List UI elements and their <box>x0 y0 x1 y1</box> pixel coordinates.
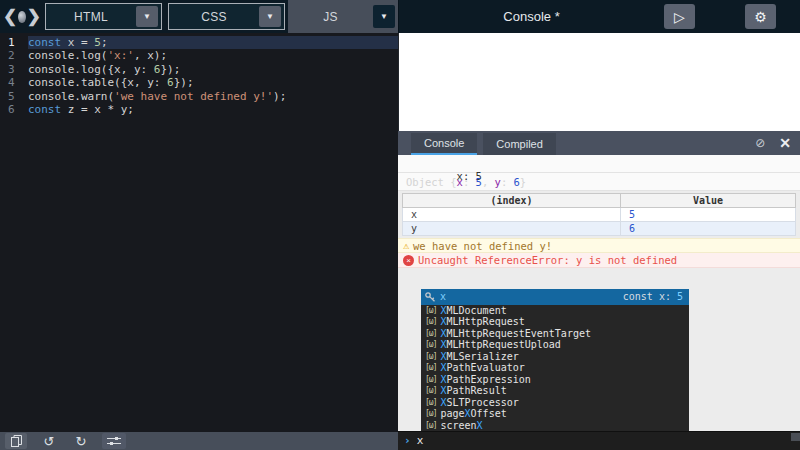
line-code: const z = x * y; <box>28 103 398 116</box>
label-post: MLHttpRequestEventTarget <box>446 328 591 339</box>
play-icon: ▷ <box>674 9 685 25</box>
code-token: 6 <box>167 76 174 89</box>
js-code-editor[interactable]: 1const x = 5;2console.log('x:', x);3cons… <box>0 33 398 432</box>
tab-html-label: HTML <box>46 10 136 24</box>
undo-icon: ↺ <box>44 434 55 449</box>
global-property-icon: [ω] <box>425 316 436 328</box>
autocomplete-item[interactable]: [ω]XMLDocument <box>421 305 689 317</box>
line-number: 5 <box>0 90 28 103</box>
tab-html-dropdown-button[interactable]: ▼ <box>136 6 158 27</box>
code-token: , <box>482 176 495 188</box>
tab-html[interactable]: HTML ▼ <box>45 3 162 30</box>
code-token: console.table({x, y: <box>28 76 167 89</box>
console-log-object-entry: Object {x: 5, y: 6} <box>398 173 800 191</box>
label-post: MLHttpRequest <box>446 316 524 327</box>
logo-globe-icon <box>18 11 26 23</box>
autocomplete-item-label: XPathEvaluator <box>440 362 524 374</box>
redo-button[interactable]: ↻ <box>70 433 92 449</box>
autocomplete-item[interactable]: [ω]XMLHttpRequestEventTarget <box>421 328 689 340</box>
console-header: Console * ▷ ⚙ <box>398 0 800 33</box>
console-input-value[interactable]: x <box>417 434 424 447</box>
global-property-icon: [ω] <box>425 385 436 397</box>
autocomplete-item-label: screenX <box>440 420 482 432</box>
tab-css-dropdown-button[interactable]: ▼ <box>259 6 281 27</box>
close-icon: ✕ <box>779 135 791 151</box>
global-property-icon: [ω] <box>425 362 436 374</box>
copy-button[interactable] <box>5 433 27 449</box>
error-text: Uncaught ReferenceError: y is not define… <box>418 254 677 266</box>
top-header: ❮ ❯ HTML ▼ CSS ▼ JS ▼ Console * <box>0 0 800 33</box>
code-token: 'x:' <box>107 49 134 62</box>
autocomplete-selected-detail: const x: 5 <box>446 291 683 302</box>
autocomplete-selected-item[interactable]: x const x: 5 <box>421 289 689 305</box>
console-tabbar-actions: ⊘ ✕ <box>556 131 800 155</box>
clear-console-button[interactable]: ⊘ <box>755 136 765 150</box>
undo-button[interactable]: ↺ <box>38 433 60 449</box>
autocomplete-item[interactable]: [ω]screenX <box>421 420 689 432</box>
label-post: PathResult <box>446 385 506 396</box>
redo-icon: ↻ <box>76 434 87 449</box>
table-header-index: (index) <box>403 194 621 208</box>
table-cell-value: 5 <box>621 208 796 222</box>
console-title-text: Console <box>503 9 551 24</box>
autocomplete-item[interactable]: [ω]pageXOffset <box>421 408 689 420</box>
scrollbar-corner <box>791 433 800 441</box>
table-cell-index: x <box>403 208 621 222</box>
chevron-down-icon: ▼ <box>380 12 388 21</box>
line-code: const x = 5; <box>28 36 398 49</box>
table-row: y6 <box>403 222 796 236</box>
ban-icon: ⊘ <box>755 136 765 150</box>
code-token: ); <box>273 90 286 103</box>
console-title: Console * <box>399 9 664 24</box>
tab-console-label: Console <box>424 137 464 149</box>
code-token: console.log( <box>28 49 107 62</box>
label-pre: page <box>440 408 464 419</box>
line-code: console.log('x:', x); <box>28 49 398 62</box>
autocomplete-item[interactable]: [ω]XMLSerializer <box>421 351 689 363</box>
global-property-icon: [ω] <box>425 408 436 420</box>
global-property-icon: [ω] <box>425 339 436 351</box>
autocomplete-item-label: XMLDocument <box>440 305 506 317</box>
tab-console[interactable]: Console <box>411 133 477 155</box>
autocomplete-item[interactable]: [ω]XPathEvaluator <box>421 362 689 374</box>
autocomplete-item[interactable]: [ω]XPathResult <box>421 385 689 397</box>
console-panel: Console Compiled ⊘ ✕ x: 5 Object {x: 5, … <box>398 131 800 450</box>
autocomplete-item[interactable]: [ω]XPathExpression <box>421 374 689 386</box>
line-code: console.log({x, y: 6}); <box>28 63 398 76</box>
line-code: console.warn('we have not defined y!'); <box>28 90 398 103</box>
tab-css[interactable]: CSS ▼ <box>168 3 285 30</box>
console-input-row[interactable]: › x <box>398 431 800 450</box>
gear-icon: ⚙ <box>754 9 767 25</box>
autocomplete-item[interactable]: [ω]XMLHttpRequest <box>421 316 689 328</box>
line-number: 6 <box>0 103 28 116</box>
code-token: } <box>520 176 526 188</box>
autocomplete-item[interactable]: [ω]XMLHttpRequestUpload <box>421 339 689 351</box>
line-code: console.table({x, y: 6}); <box>28 76 398 89</box>
editor-options-button[interactable] <box>102 433 126 449</box>
tab-compiled[interactable]: Compiled <box>483 133 555 155</box>
code-token: Object { <box>406 176 457 188</box>
autocomplete-item-label: XMLHttpRequestUpload <box>440 339 560 351</box>
editor-line: 1const x = 5; <box>0 36 398 49</box>
label-post: MLDocument <box>446 305 506 316</box>
line-number: 4 <box>0 76 28 89</box>
console-error-entry: × Uncaught ReferenceError: y is not defi… <box>398 253 800 268</box>
global-property-icon: [ω] <box>425 328 436 340</box>
prompt-icon: › <box>404 434 411 447</box>
autocomplete-item[interactable]: [ω]XSLTProcessor <box>421 397 689 409</box>
tab-css-label: CSS <box>169 10 259 24</box>
error-icon: × <box>403 255 414 266</box>
key-icon <box>425 292 436 302</box>
autocomplete-item-label: XPathExpression <box>440 374 530 386</box>
tab-js-dropdown-button[interactable]: ▼ <box>373 5 395 28</box>
code-token: x = <box>61 36 94 49</box>
app-logo-icon[interactable]: ❮ ❯ <box>3 3 41 31</box>
settings-button[interactable]: ⚙ <box>745 4 776 29</box>
run-button[interactable]: ▷ <box>664 4 695 29</box>
copy-icon <box>11 435 22 447</box>
detail-value: 5 <box>677 291 683 302</box>
line-number: 3 <box>0 63 28 76</box>
tab-js[interactable]: JS ▼ <box>288 0 398 33</box>
close-console-button[interactable]: ✕ <box>779 135 791 151</box>
global-property-icon: [ω] <box>425 351 436 363</box>
